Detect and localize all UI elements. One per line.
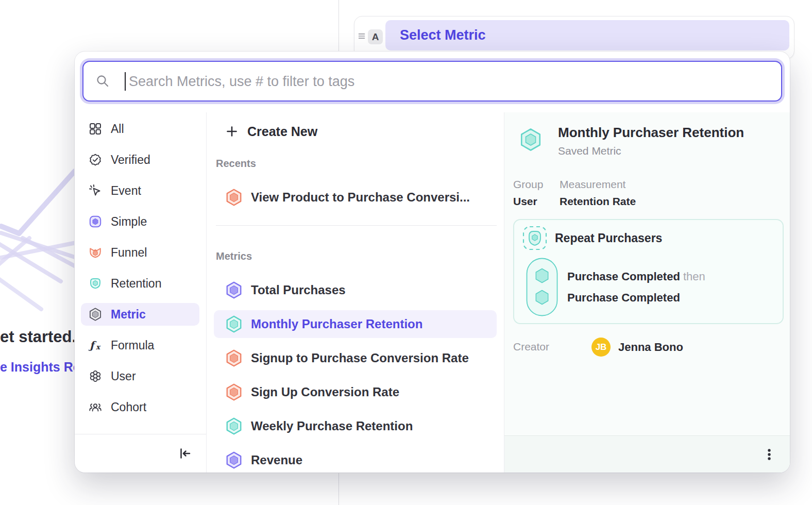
sidebar-item-funnel[interactable]: Funnel bbox=[81, 241, 199, 264]
metric-list-item[interactable]: Total Purchases bbox=[214, 276, 497, 304]
property-label: Measurement bbox=[560, 178, 636, 191]
property-label: Group bbox=[513, 178, 547, 191]
search-icon bbox=[95, 74, 110, 88]
sidebar-item-all[interactable]: All bbox=[81, 117, 199, 140]
property-group: GroupUser bbox=[513, 178, 547, 208]
metric-list-item[interactable]: View Product to Purchase Conversi... bbox=[214, 183, 497, 211]
collapse-sidebar-icon[interactable] bbox=[178, 446, 192, 461]
app-canvas: et started. e Insights Re A Select Metri… bbox=[0, 0, 812, 505]
metric-detail-panel: Monthly Purchaser Retention Saved Metric… bbox=[504, 112, 790, 473]
metric-item-label: Total Purchases bbox=[251, 283, 346, 297]
background-link-fragment[interactable]: e Insights Re bbox=[0, 360, 80, 375]
property-measurement: MeasurementRetention Rate bbox=[560, 178, 636, 208]
text-cursor bbox=[125, 72, 126, 91]
sidebar-item-label: Cohort bbox=[111, 400, 146, 414]
section-label-metrics: Metrics bbox=[216, 250, 252, 262]
property-value: Retention Rate bbox=[560, 195, 636, 208]
creator-name: Jenna Bono bbox=[618, 341, 683, 354]
sidebar-item-event[interactable]: Event bbox=[81, 179, 199, 202]
create-new-button[interactable]: Create New bbox=[214, 119, 497, 144]
metric-hexagon-icon bbox=[89, 308, 102, 321]
definition-step: Purchase Completed then bbox=[567, 270, 705, 283]
detail-title: Monthly Purchaser Retention bbox=[558, 125, 744, 141]
metric-list-item[interactable]: Weekly Purchase Retention bbox=[214, 412, 497, 440]
detail-footer bbox=[504, 435, 790, 473]
retention-icon bbox=[89, 277, 102, 290]
decorative-lines bbox=[0, 164, 82, 349]
retention-definition-icon bbox=[522, 225, 548, 251]
sidebar-item-label: Event bbox=[111, 184, 141, 198]
select-metric-label: Select Metric bbox=[400, 27, 486, 43]
metric-item-label: Revenue bbox=[251, 453, 302, 467]
teal-hexagon-icon bbox=[225, 315, 243, 333]
svg-text:x: x bbox=[96, 343, 101, 351]
metric-list-item[interactable]: Revenue bbox=[214, 446, 497, 473]
metric-item-label: Sign Up Conversion Rate bbox=[251, 385, 399, 399]
teal-hexagon-icon bbox=[225, 417, 243, 435]
metric-list-item[interactable]: Monthly Purchaser Retention bbox=[214, 310, 497, 338]
metric-picker-modal: All Verified Event Simple Funnel Retenti… bbox=[75, 52, 790, 473]
metric-list-item[interactable]: Sign Up Conversion Rate bbox=[214, 378, 497, 406]
salmon-hexagon-icon bbox=[225, 383, 243, 401]
row-label-badge: A bbox=[368, 29, 383, 44]
metric-definition-card: Repeat Purchasers Purchase Completed the… bbox=[513, 219, 784, 324]
category-sidebar: All Verified Event Simple Funnel Retenti… bbox=[75, 112, 206, 473]
sidebar-item-metric[interactable]: Metric bbox=[81, 303, 199, 326]
sidebar-item-cohort[interactable]: Cohort bbox=[81, 396, 199, 418]
select-metric-button[interactable]: Select Metric bbox=[385, 20, 789, 50]
sidebar-item-label: All bbox=[111, 122, 124, 136]
user-cluster-icon bbox=[89, 369, 102, 383]
creator-label: Creator bbox=[513, 341, 549, 353]
event-sequence-icon bbox=[526, 258, 558, 316]
sidebar-item-label: Verified bbox=[111, 153, 150, 167]
salmon-hexagon-icon bbox=[225, 349, 243, 367]
detail-subtitle: Saved Metric bbox=[558, 145, 621, 157]
metric-type-retention-icon bbox=[519, 128, 543, 152]
purple-hexagon-icon bbox=[225, 281, 243, 299]
metric-list-item[interactable]: Signup to Purchase Conversion Rate bbox=[214, 344, 497, 372]
sidebar-item-retention[interactable]: Retention bbox=[81, 272, 199, 295]
sidebar-item-verified[interactable]: Verified bbox=[81, 148, 199, 171]
funnel-icon bbox=[89, 246, 102, 259]
background-headline-fragment: et started. bbox=[0, 328, 76, 346]
sidebar-item-label: Simple bbox=[111, 215, 147, 229]
cohort-icon bbox=[89, 400, 102, 414]
sidebar-item-label: Funnel bbox=[111, 246, 147, 260]
plus-icon bbox=[225, 125, 239, 138]
section-divider bbox=[216, 225, 497, 226]
sidebar-item-label: Metric bbox=[111, 308, 146, 322]
sidebar-item-label: User bbox=[111, 369, 136, 383]
section-label-recents: Recents bbox=[216, 158, 256, 170]
sidebar-item-label: Retention bbox=[111, 277, 161, 291]
creator-avatar: JB bbox=[591, 338, 611, 357]
formula-icon: ƒ x bbox=[89, 339, 102, 352]
drag-handle-icon[interactable] bbox=[357, 31, 366, 41]
metric-list: Create New Recents View Product to Purch… bbox=[207, 112, 504, 473]
simple-metric-icon bbox=[89, 215, 102, 228]
definition-step: Purchase Completed bbox=[567, 291, 680, 305]
definition-name: Repeat Purchasers bbox=[555, 231, 662, 245]
search-input[interactable] bbox=[128, 62, 775, 102]
sidebar-item-simple[interactable]: Simple bbox=[81, 210, 199, 233]
create-new-label: Create New bbox=[247, 124, 317, 139]
sidebar-item-formula[interactable]: ƒ xFormula bbox=[81, 334, 199, 357]
metric-item-label: Signup to Purchase Conversion Rate bbox=[251, 351, 469, 365]
step-connector: then bbox=[680, 270, 705, 283]
metric-item-label: Weekly Purchase Retention bbox=[251, 419, 413, 433]
sidebar-item-user[interactable]: User bbox=[81, 365, 199, 388]
sidebar-item-label: Formula bbox=[111, 339, 154, 352]
sidebar-footer-divider bbox=[75, 434, 206, 434]
property-value: User bbox=[513, 195, 547, 208]
metric-item-label: Monthly Purchaser Retention bbox=[251, 317, 422, 331]
step-event-name: Purchase Completed bbox=[567, 270, 680, 283]
purple-hexagon-icon bbox=[225, 451, 243, 469]
step-event-name: Purchase Completed bbox=[567, 291, 680, 304]
event-cursor-icon bbox=[89, 184, 102, 197]
search-bar[interactable] bbox=[82, 61, 782, 102]
verified-badge-icon bbox=[89, 153, 102, 166]
salmon-hexagon-icon bbox=[225, 189, 243, 206]
grid-icon bbox=[89, 122, 102, 136]
more-options-icon[interactable] bbox=[761, 446, 777, 463]
metric-item-label: View Product to Purchase Conversi... bbox=[251, 190, 470, 205]
